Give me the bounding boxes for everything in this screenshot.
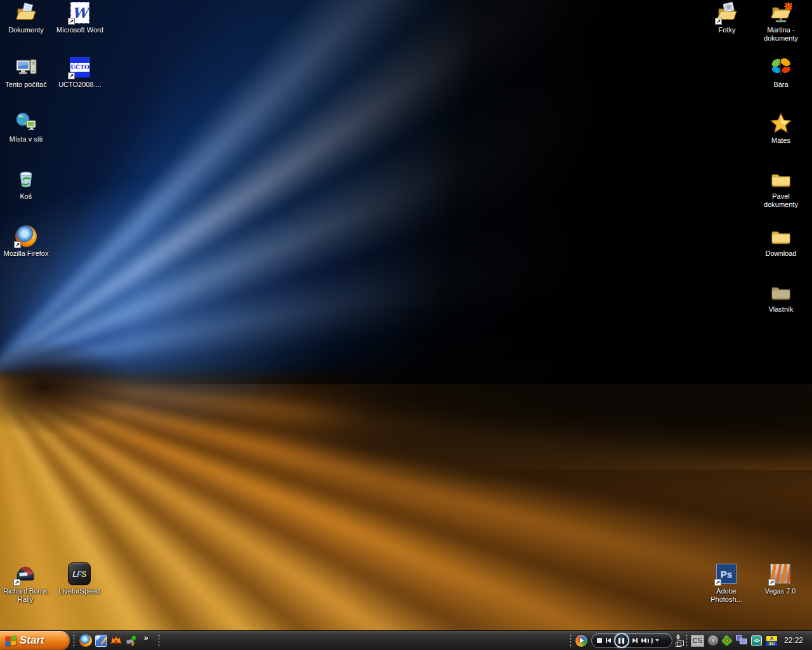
dcpp-icon[interactable]: <> bbox=[751, 635, 762, 646]
taskbar-clock[interactable]: 22:22 bbox=[784, 636, 803, 645]
rally-helmet-icon: ↗ bbox=[14, 562, 37, 585]
desktop-icon-label: Mates bbox=[771, 136, 790, 145]
system-tray: CS ‹ <> X 3D 22:22 bbox=[691, 635, 812, 647]
desktop-icon-firefox[interactable]: ↗ Mozilla Firefox bbox=[2, 225, 50, 258]
open-folder-documents-icon bbox=[15, 1, 37, 24]
desktop-icon-photoshop[interactable]: Ps ↗ Adobe Photosh... bbox=[702, 562, 750, 604]
desktop-icon-word[interactable]: W ↗ Microsoft Word bbox=[56, 1, 104, 34]
desktop-icon-label: Download bbox=[766, 249, 797, 258]
desktop-icon-label: Adobe Photosh... bbox=[702, 587, 750, 604]
desktop-icon-label: Richard Burns Rally bbox=[1, 587, 49, 604]
desktop-icon-lfs[interactable]: LFS LiveforSpeed bbox=[55, 562, 103, 595]
wmp-restore-window-icon[interactable] bbox=[676, 642, 681, 647]
desktop-icon-label: Tento počítač bbox=[5, 81, 46, 89]
quicklaunch-overflow-chevron-icon[interactable]: » bbox=[140, 633, 152, 643]
firefox-icon: ↗ bbox=[15, 225, 37, 248]
desktop-icon-vlastnik[interactable]: Vlastník bbox=[757, 281, 805, 314]
wmp-previous-button[interactable] bbox=[606, 638, 611, 643]
desktop-icon-label: LiveforSpeed bbox=[59, 587, 100, 595]
msn-butterfly-icon bbox=[769, 56, 792, 79]
desktop-icon-label: Vegas 7.0 bbox=[765, 587, 796, 595]
desktop-icon-label: Dokumenty bbox=[8, 26, 44, 34]
photoshop-icon: Ps ↗ bbox=[715, 562, 738, 585]
gold-star-icon bbox=[769, 112, 792, 135]
taskbar-drag-handle[interactable] bbox=[158, 633, 160, 648]
desktop-icon-label: UCTO2008.... bbox=[58, 81, 102, 89]
start-label: Start bbox=[20, 634, 44, 647]
shortcut-arrow-icon: ↗ bbox=[715, 18, 722, 25]
quicklaunch-show-desktop-icon[interactable] bbox=[93, 633, 108, 648]
desktop-icon-label: Fotky bbox=[719, 26, 736, 34]
desktop-icon-bara[interactable]: Bára bbox=[757, 56, 805, 89]
folder-icon bbox=[769, 281, 792, 303]
wmp-toolbar-resize-arrows-icon[interactable] bbox=[676, 634, 680, 640]
vegas-icon: ↗ bbox=[769, 562, 792, 585]
desktop-icon-label: Mozilla Firefox bbox=[4, 249, 49, 258]
desktop-icon-pavel[interactable]: Pavel dokumenty bbox=[757, 168, 805, 209]
shortcut-arrow-icon: ↗ bbox=[13, 579, 20, 586]
desktop-icon-label: Místa v síti bbox=[10, 135, 43, 143]
xvid-3d-utility-icon[interactable]: X 3D bbox=[766, 635, 778, 646]
shared-folder-icon bbox=[769, 1, 792, 24]
desktop-icon-label: Microsoft Word bbox=[56, 26, 103, 34]
language-indicator[interactable]: CS bbox=[691, 635, 704, 647]
wallpaper-sky-shadow bbox=[0, 0, 812, 384]
desktop-screen: Dokumenty Tento počítač bbox=[0, 0, 812, 650]
folder-icon bbox=[769, 225, 792, 248]
desktop-icon-dokumenty[interactable]: Dokumenty bbox=[2, 1, 50, 34]
wmp-logo-icon[interactable] bbox=[575, 634, 588, 647]
taskbar-drag-handle[interactable] bbox=[686, 633, 688, 648]
wmp-pause-button[interactable] bbox=[614, 633, 629, 648]
liveforspeed-icon: LFS bbox=[68, 562, 91, 585]
desktop-icon-martina[interactable]: Martina - dokumenty bbox=[757, 1, 805, 43]
desktop-icon-label: Pavel dokumenty bbox=[757, 192, 805, 209]
recycle-bin-icon bbox=[15, 168, 37, 190]
wallpaper bbox=[0, 0, 812, 650]
wallpaper-ground-shadow bbox=[341, 470, 812, 650]
wmp-volume-button[interactable] bbox=[641, 637, 659, 645]
wmp-stop-button[interactable] bbox=[597, 638, 602, 643]
shortcut-arrow-icon: ↗ bbox=[68, 18, 75, 25]
tray-collapse-chevron-icon[interactable]: ‹ bbox=[708, 635, 718, 646]
taskbar-drag-handle[interactable] bbox=[73, 633, 75, 648]
start-button[interactable]: Start bbox=[0, 631, 70, 650]
network-places-icon bbox=[15, 110, 37, 133]
taskbar-drag-handle[interactable] bbox=[570, 633, 572, 648]
desktop-icon-label: Koš bbox=[20, 192, 32, 201]
windows-logo-icon bbox=[5, 635, 16, 646]
wmp-toolbar-controls bbox=[676, 634, 681, 647]
ucto-app-icon: ÚČTO ↗ bbox=[69, 56, 91, 79]
photos-folder-icon: ↗ bbox=[716, 1, 738, 24]
quicklaunch-firefox-icon[interactable] bbox=[78, 633, 93, 648]
folder-icon bbox=[769, 168, 792, 190]
quicklaunch-flame-app-icon[interactable] bbox=[108, 633, 124, 648]
desktop-icon-download[interactable]: Download bbox=[757, 225, 805, 258]
desktop-icon-label: Martina - dokumenty bbox=[757, 26, 805, 43]
quicklaunch-tool-app-icon[interactable] bbox=[124, 633, 139, 648]
icq-flower-icon[interactable] bbox=[722, 635, 732, 646]
desktop-icon-ucto[interactable]: ÚČTO ↗ UCTO2008.... bbox=[56, 56, 104, 89]
desktop-icon-label: Bára bbox=[773, 81, 788, 89]
wmp-next-button[interactable] bbox=[632, 638, 638, 643]
microsoft-word-icon: W ↗ bbox=[69, 1, 91, 24]
desktop-icon-tento-pocitac[interactable]: Tento počítač bbox=[2, 56, 50, 89]
desktop-icon-mista-v-siti[interactable]: Místa v síti bbox=[2, 110, 50, 143]
wmp-mini-player bbox=[591, 633, 672, 648]
desktop-icon-vegas[interactable]: ↗ Vegas 7.0 bbox=[756, 562, 804, 595]
desktop-icon-fotky[interactable]: ↗ Fotky bbox=[703, 1, 751, 34]
network-connection-icon[interactable] bbox=[736, 635, 747, 646]
shortcut-arrow-icon: ↗ bbox=[768, 579, 775, 586]
my-computer-icon bbox=[15, 56, 37, 79]
wallpaper-vanishing-point bbox=[0, 340, 133, 435]
desktop-icon-kos[interactable]: Koš bbox=[2, 168, 50, 201]
desktop-icon-rbr[interactable]: ↗ Richard Burns Rally bbox=[1, 562, 49, 604]
taskbar: Start » bbox=[0, 630, 812, 650]
shortcut-arrow-icon: ↗ bbox=[68, 72, 75, 79]
desktop-icon-mates[interactable]: Mates bbox=[757, 112, 805, 145]
shortcut-arrow-icon: ↗ bbox=[714, 579, 721, 586]
shortcut-arrow-icon: ↗ bbox=[14, 241, 21, 248]
desktop-icon-label: Vlastník bbox=[768, 305, 793, 314]
